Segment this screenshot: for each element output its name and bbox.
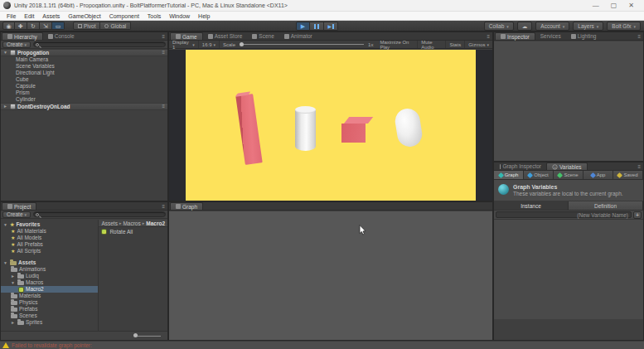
close-button[interactable]: ✕ [628,2,634,9]
menu-help[interactable]: Help [195,13,213,19]
maximize-on-play-button[interactable]: Maximize On Play [376,41,418,48]
tree-all-materials[interactable]: ★All Materials [1,228,98,235]
scale-tool-button[interactable]: ⇲ [40,22,52,30]
hierarchy-item-capsule[interactable]: Capsule [1,83,167,90]
menu-tools[interactable]: Tools [144,13,164,19]
foldout-closed-icon[interactable]: ► [11,273,16,279]
menu-window[interactable]: Window [166,13,193,19]
tab-inspector[interactable]: Inspector [495,32,535,40]
tree-ludiq[interactable]: ►Ludiq [1,273,98,279]
panel-menu-icon[interactable]: ≡ [162,34,165,39]
menu-file[interactable]: File [3,13,19,19]
breadcrumb-macros[interactable]: Macros [123,221,140,226]
account-dropdown[interactable]: Account▾ [535,22,569,31]
tab-variables[interactable]: xVariables [546,162,588,170]
foldout-closed-icon[interactable]: ► [3,103,8,110]
scene-row-propogation[interactable]: ▼ Propogation ≡ [1,49,167,56]
rotate-tool-button[interactable]: ↻ [27,22,40,30]
tree-prefabs[interactable]: Prefabs [1,306,98,313]
hierarchy-search-input[interactable] [33,41,166,47]
instance-tab[interactable]: Instance [494,201,569,210]
panel-menu-icon[interactable]: ≡ [637,164,641,169]
scale-slider[interactable]: Scale 1x [220,41,376,48]
variables-kind-saved[interactable]: Saved [613,171,643,179]
hierarchy-create-button[interactable]: Create▾ [2,41,31,48]
tree-all-scripts[interactable]: ★All Scripts [1,248,98,254]
hierarchy-item-directional-light[interactable]: Directional Light [1,70,167,76]
foldout-open-icon[interactable]: ▼ [3,221,8,228]
scene-menu-icon[interactable]: ≡ [162,103,165,110]
breadcrumb-assets[interactable]: Assets [101,221,118,226]
variables-kind-graph[interactable]: Graph [494,171,524,179]
scene-menu-icon[interactable]: ≡ [162,49,165,56]
tab-lighting[interactable]: Lighting [566,32,602,40]
project-create-button[interactable]: Create▾ [2,211,31,218]
collab-button[interactable]: Collab▾ [484,22,514,31]
tree-favorites[interactable]: ▼★Favorites [1,221,98,228]
asset-rotate-all[interactable]: Rotate All [101,229,165,235]
menu-edit[interactable]: Edit [21,13,37,19]
tree-macros[interactable]: ▼Macros [1,279,98,286]
pivot-toggle-button[interactable]: Pivot [73,22,100,30]
stats-button[interactable]: Stats [446,41,465,48]
tree-physics[interactable]: Physics [1,299,98,306]
menu-assets[interactable]: Assets [39,13,63,19]
new-variable-input[interactable]: (New Variable Name) [496,211,632,218]
pause-button[interactable] [310,22,324,31]
foldout-open-icon[interactable]: ▼ [3,49,8,56]
hand-tool-button[interactable]: ◉ [2,22,15,30]
panel-menu-icon[interactable]: ≡ [637,34,641,39]
scene-row-dontdestroyonload[interactable]: ► DontDestroyOnLoad ≡ [1,103,167,110]
icon-size-slider[interactable] [134,336,161,337]
tree-materials[interactable]: Materials [1,293,98,299]
tab-hierarchy[interactable]: Hierarchy [2,32,43,40]
tree-sprites[interactable]: ►Sprites [1,319,98,326]
add-variable-button[interactable]: + [633,211,642,219]
tree-all-prefabs[interactable]: ★All Prefabs [1,241,98,248]
menu-component[interactable]: Component [106,13,143,19]
mute-audio-button[interactable]: Mute Audio [418,41,446,48]
minimize-button[interactable]: — [593,2,599,9]
tab-game[interactable]: Game [170,32,203,40]
tree-macro2-selected[interactable]: Macro2 [1,286,98,293]
tab-graph-inspector[interactable]: Graph Inspector [495,162,546,170]
variables-kind-app[interactable]: App [583,171,613,179]
tab-console[interactable]: Console [43,32,80,40]
global-toggle-button[interactable]: Global [100,22,131,30]
layers-dropdown[interactable]: Layers▾ [573,22,603,31]
step-button[interactable]: ▶ [324,22,338,31]
hierarchy-item-scene-variables[interactable]: Scene Variables [1,63,167,70]
variables-kind-scene[interactable]: Scene [554,171,583,179]
hierarchy-item-prism[interactable]: Prism [1,90,167,96]
project-search-input[interactable] [33,211,166,217]
hierarchy-item-cylinder[interactable]: Cylinder [1,96,167,103]
tab-scene[interactable]: Scene [247,32,278,40]
definition-tab[interactable]: Definition [569,201,643,210]
gizmos-dropdown[interactable]: Gizmos▾ [465,41,492,48]
tab-animator[interactable]: Animator [279,32,317,40]
variables-kind-object[interactable]: Object [524,171,554,179]
tree-assets[interactable]: ▼Assets [1,259,98,266]
tab-graph[interactable]: Graph [170,202,203,210]
scale-slider-thumb[interactable] [240,42,244,46]
tree-animations[interactable]: Animations [1,266,98,273]
tab-project[interactable]: Project [2,202,36,210]
tree-scenes[interactable]: Scenes [1,313,98,319]
maximize-button[interactable]: ▢ [611,2,617,9]
move-tool-button[interactable]: ✚ [15,22,27,30]
panel-menu-icon[interactable]: ≡ [487,34,490,39]
tab-services[interactable]: Services [535,32,566,40]
breadcrumb-macro2[interactable]: Macro2 [146,221,165,226]
statusbar[interactable]: Failed to revalidate graph pointer: [0,341,644,349]
scale-slider-track[interactable] [240,44,364,45]
layout-dropdown[interactable]: Bolt Gfx▾ [607,22,641,31]
foldout-closed-icon[interactable]: ► [11,319,16,326]
aspect-ratio-dropdown[interactable]: 16:9▾ [199,41,220,48]
cloud-button[interactable]: ☁ [517,22,533,31]
foldout-open-icon[interactable]: ▼ [11,279,16,286]
foldout-open-icon[interactable]: ▼ [3,259,8,266]
tab-asset-store[interactable]: Asset Store [203,32,248,40]
rect-tool-button[interactable]: ▭ [52,22,65,30]
graph-canvas[interactable] [169,211,492,340]
tree-all-models[interactable]: ★All Models [1,235,98,241]
